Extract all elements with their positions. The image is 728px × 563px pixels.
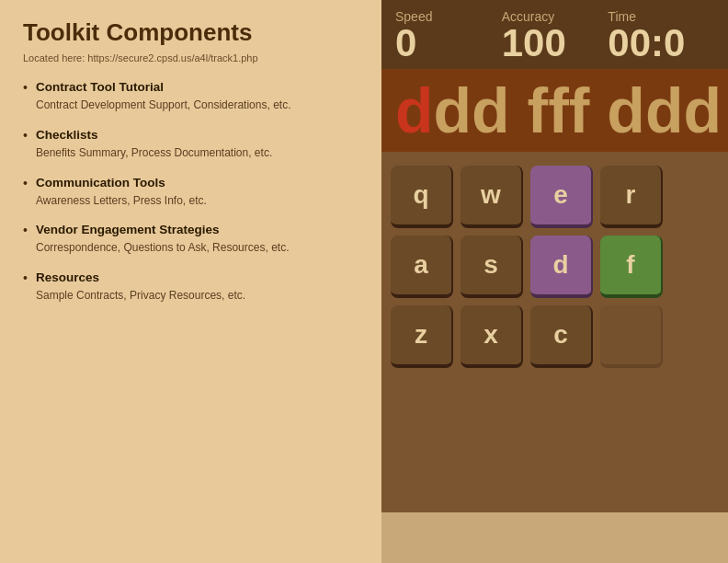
left-panel: Toolkit Components Located here: https:/…	[0, 0, 381, 563]
current-char: d	[395, 75, 434, 145]
list-item[interactable]: Communication Tools Awareness Letters, P…	[23, 176, 358, 209]
typing-display: ddd fff ddd t	[395, 79, 728, 142]
key-w[interactable]: w	[461, 166, 523, 228]
list-item[interactable]: Vendor Engagement Strategies Corresponde…	[23, 223, 358, 256]
remaining-text: dd fff ddd t	[434, 75, 728, 145]
bottom-bar	[381, 512, 728, 563]
key-x[interactable]: x	[461, 305, 523, 368]
key-r[interactable]: r	[600, 166, 663, 228]
stats-bar: Speed 0 Accuracy 100 Time 00:0	[381, 0, 728, 69]
key-f[interactable]: f	[600, 236, 663, 298]
typing-area: ddd fff ddd t	[381, 69, 728, 152]
keyboard-row-1: q w e r	[391, 166, 719, 228]
key-z[interactable]: z	[391, 305, 453, 368]
list-item[interactable]: Resources Sample Contracts, Privacy Reso…	[23, 270, 358, 304]
time-value: 00:0	[608, 24, 685, 63]
right-panel: Speed 0 Accuracy 100 Time 00:0 ddd fff d…	[381, 0, 728, 563]
key-c[interactable]: c	[530, 305, 593, 368]
key-s[interactable]: s	[461, 236, 523, 298]
accuracy-stat: Accuracy 100	[502, 9, 609, 63]
key-a[interactable]: a	[391, 236, 453, 298]
url-label: Located here: https://secure2.cpsd.us/a4…	[23, 52, 358, 63]
item-desc: Contract Development Support, Considerat…	[36, 98, 290, 111]
item-title: Communication Tools	[36, 176, 358, 190]
item-desc: Awareness Letters, Press Info, etc.	[36, 194, 207, 207]
key-q[interactable]: q	[391, 166, 453, 228]
keyboard-row-2: a s d f	[391, 236, 719, 298]
item-desc: Benefits Summary, Process Documentation,…	[36, 146, 272, 159]
key-e[interactable]: e	[530, 166, 593, 228]
speed-value: 0	[395, 24, 416, 63]
time-stat: Time 00:0	[608, 9, 714, 63]
key-b[interactable]	[600, 305, 663, 368]
key-d[interactable]: d	[530, 236, 593, 298]
list-item[interactable]: Contract Tool Tutorial Contract Developm…	[23, 80, 358, 113]
item-title: Vendor Engagement Strategies	[36, 223, 358, 236]
item-desc: Sample Contracts, Privacy Resources, etc…	[36, 289, 245, 302]
menu-list: Contract Tool Tutorial Contract Developm…	[23, 80, 358, 304]
page-title: Toolkit Components	[23, 18, 358, 47]
item-title: Contract Tool Tutorial	[36, 80, 358, 94]
list-item[interactable]: Checklists Benefits Summary, Process Doc…	[23, 128, 358, 161]
keyboard-area: q w e r a s d f z x c	[381, 152, 728, 512]
speed-stat: Speed 0	[395, 9, 502, 63]
item-desc: Correspondence, Questions to Ask, Resour…	[36, 241, 289, 254]
accuracy-value: 100	[502, 24, 566, 63]
keyboard-row-3: z x c	[391, 305, 719, 368]
item-title: Resources	[36, 270, 358, 284]
item-title: Checklists	[36, 128, 358, 142]
